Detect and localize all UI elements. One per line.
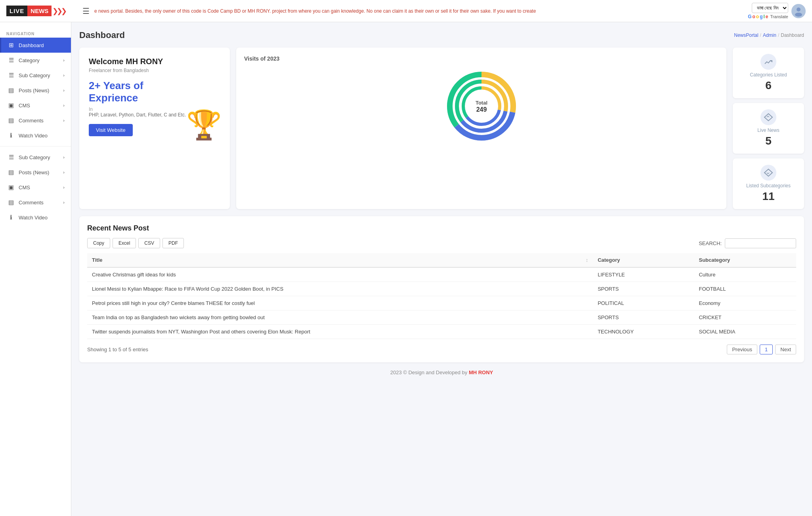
search-label: SEARCH: — [699, 240, 722, 246]
live-news-value: 5 — [739, 135, 798, 147]
cms-icon: ▣ — [8, 102, 15, 109]
breadcrumb-newsportal[interactable]: NewsPortal — [734, 32, 758, 38]
arrow-icon: › — [63, 200, 65, 205]
cell-category: POLITICAL — [593, 296, 694, 310]
sidebar-item-posts[interactable]: ▤ Posts (News) › — [0, 83, 71, 98]
watch-video-icon: ℹ — [8, 132, 15, 139]
donut-chart: Total 249 — [244, 67, 718, 146]
arrow-icon: › — [63, 155, 65, 160]
sidebar-item-subcategory2[interactable]: ☰ Sub Category › — [0, 150, 71, 165]
svg-point-1 — [795, 13, 802, 17]
menu-icon[interactable]: ☰ — [82, 6, 90, 16]
cell-subcategory: CRICKET — [694, 310, 796, 325]
subcategory-icon: ☰ — [8, 72, 15, 79]
sidebar-divider — [0, 146, 71, 147]
posts-icon: ▤ — [8, 87, 15, 94]
page-1-button[interactable]: 1 — [760, 345, 773, 354]
sidebar-nav-label: NAVIGATION — [0, 29, 71, 38]
copy-button[interactable]: Copy — [87, 238, 110, 248]
logo-arrows: ❯❯❯ — [52, 7, 65, 15]
previous-button[interactable]: Previous — [727, 345, 757, 354]
subcategories-label: Listed Subcategories — [739, 183, 798, 189]
sidebar-item-comments[interactable]: ▤ Comments › — [0, 113, 71, 128]
dashboard-icon: ⊞ — [8, 42, 15, 49]
diamond-down-icon — [764, 168, 773, 177]
cell-title: Petrol prices still high in your city? C… — [87, 296, 593, 310]
footer: 2023 © Design and Developed by MH RONY — [79, 362, 804, 383]
col-category: Category — [593, 253, 694, 267]
sidebar-item-cms[interactable]: ▣ CMS › — [0, 98, 71, 113]
sidebar-item-label: CMS — [19, 103, 30, 109]
arrow-icon: › — [63, 73, 65, 78]
sidebar-item-watch-video2[interactable]: ℹ Watch Video — [0, 210, 71, 225]
arrow-icon: › — [63, 170, 65, 175]
cell-title: Team India on top as Bangladesh two wick… — [87, 310, 593, 325]
watch-video2-icon: ℹ — [8, 214, 15, 221]
arrow-icon: › — [63, 88, 65, 93]
language-select[interactable]: ভাষা বেছে নিন English Bangla Hindi — [752, 3, 788, 13]
arrow-icon: › — [63, 58, 65, 63]
topbar-right: ভাষা বেছে নিন English Bangla Hindi G o o… — [748, 3, 806, 19]
cell-subcategory: Culture — [694, 267, 796, 282]
svg-text:Total: Total — [475, 100, 487, 106]
posts2-icon: ▤ — [8, 169, 15, 176]
avatar[interactable] — [791, 4, 806, 18]
table-row: Lionel Messi to Kylian Mbappe: Race to F… — [87, 282, 796, 296]
sidebar-item-comments2[interactable]: ▤ Comments › — [0, 195, 71, 210]
visits-title: Visits of 2023 — [244, 55, 718, 62]
next-button[interactable]: Next — [775, 345, 796, 354]
sidebar-item-subcategory[interactable]: ☰ Sub Category › — [0, 68, 71, 83]
page-header: Dashboard NewsPortal / Admin / Dashboard — [79, 30, 804, 40]
sidebar-item-label: Sub Category — [19, 72, 50, 78]
sidebar-item-dashboard[interactable]: ⊞ Dashboard — [0, 38, 71, 53]
sidebar-item-label: Watch Video — [19, 215, 48, 221]
topbar: LIVE NEWS ❯❯❯ ☰ e news portal. Besides, … — [0, 0, 812, 22]
search-input[interactable] — [725, 238, 796, 248]
subcategory2-icon: ☰ — [8, 154, 15, 161]
logo-news: NEWS — [27, 6, 52, 16]
breadcrumb-dashboard: Dashboard — [781, 32, 804, 38]
cell-title: Lionel Messi to Kylian Mbappe: Race to F… — [87, 282, 593, 296]
categories-label: Categories Listed — [739, 72, 798, 78]
sidebar-item-watch-video[interactable]: ℹ Watch Video — [0, 128, 71, 143]
sidebar-item-label: Posts (News) — [19, 169, 49, 175]
live-news-label: Live News — [739, 128, 798, 133]
recent-news-section: Recent News Post Copy Excel CSV PDF SEAR… — [79, 216, 804, 362]
cards-row: Welcome MH RONY Freelancer from Banglade… — [79, 48, 804, 209]
cell-category: SPORTS — [593, 310, 694, 325]
stat-card-categories: Categories Listed 6 — [733, 48, 804, 98]
news-table: Title ↕ Category Subcategory Creative Ch… — [87, 253, 796, 339]
sidebar-item-cms2[interactable]: ▣ CMS › — [0, 180, 71, 195]
footer-author-link[interactable]: MH RONY — [469, 369, 493, 375]
sidebar-item-posts2[interactable]: ▤ Posts (News) › — [0, 165, 71, 180]
categories-icon-box — [760, 54, 776, 70]
table-head: Title ↕ Category Subcategory — [87, 253, 796, 267]
pdf-button[interactable]: PDF — [162, 238, 184, 248]
stat-card-subcategories: Listed Subcategories 11 — [733, 158, 804, 209]
table-footer: Showing 1 to 5 of 5 entries Previous 1 N… — [87, 345, 796, 354]
sidebar-item-label: Sub Category — [19, 154, 50, 160]
table-row: Twitter suspends journalists from NYT, W… — [87, 325, 796, 339]
sidebar-item-label: Comments — [19, 200, 44, 206]
live-news-icon-box — [760, 109, 776, 125]
csv-button[interactable]: CSV — [138, 238, 160, 248]
layout: NAVIGATION ⊞ Dashboard ☰ Category › ☰ Su… — [0, 22, 812, 516]
cell-title: Twitter suspends journalists from NYT, W… — [87, 325, 593, 339]
logo-live: LIVE — [6, 6, 27, 16]
sidebar-item-label: Watch Video — [19, 133, 48, 139]
visit-website-button[interactable]: Visit Website — [89, 124, 133, 136]
search-group: SEARCH: — [699, 238, 796, 248]
arrow-icon: › — [63, 103, 65, 108]
breadcrumb-admin[interactable]: Admin — [763, 32, 776, 38]
svg-text:249: 249 — [476, 106, 487, 113]
main-content: Dashboard NewsPortal / Admin / Dashboard… — [71, 22, 812, 516]
col-subcategory: Subcategory — [694, 253, 796, 267]
sidebar-item-category[interactable]: ☰ Category › — [0, 53, 71, 68]
svg-marker-16 — [764, 114, 772, 121]
welcome-title: Welcome MH RONY — [89, 57, 220, 66]
svg-point-0 — [797, 8, 801, 11]
categories-value: 6 — [739, 79, 798, 92]
sidebar-item-label: Posts (News) — [19, 88, 49, 93]
sidebar: NAVIGATION ⊞ Dashboard ☰ Category › ☰ Su… — [0, 22, 71, 516]
excel-button[interactable]: Excel — [113, 238, 136, 248]
